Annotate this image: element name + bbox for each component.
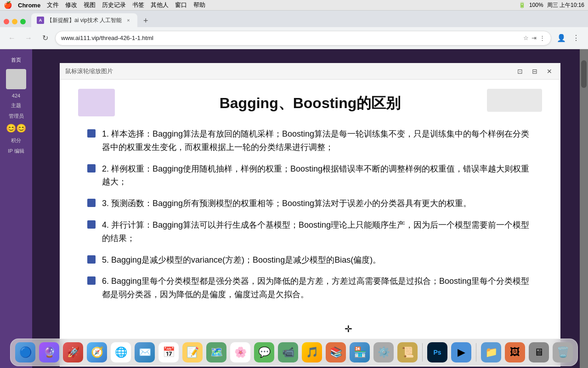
- back-button[interactable]: ←: [6, 32, 18, 45]
- maps-icon: 🗺️: [206, 342, 226, 362]
- dock-maps[interactable]: 🗺️: [205, 341, 227, 363]
- sidebar-ip-label: IP 编辑: [8, 148, 24, 155]
- dock-siri[interactable]: 🔮: [38, 341, 60, 363]
- modal-toolbar-icons: ⊡ ⊟ ✕: [514, 66, 555, 77]
- dock-chrome[interactable]: 🌐: [110, 341, 132, 363]
- menu-edit[interactable]: 修改: [65, 1, 77, 9]
- sidebar-points-label: 积分: [11, 137, 21, 144]
- page-background: 鼠标滚轮缩放图片 ⊡ ⊟ ✕ Bagging、Boosting的区别: [32, 49, 588, 368]
- url-icons: ☆ ⇥ ⋮: [523, 34, 545, 41]
- launchpad-icon: 🚀: [63, 342, 83, 362]
- extensions-icon[interactable]: ⋮: [570, 32, 582, 45]
- menu-history[interactable]: 历史记录: [102, 1, 126, 9]
- menu-people[interactable]: 其他人: [151, 1, 169, 9]
- bullet-item-1: 1. 样本选择：Bagging算法是有放回的随机采样；Boosting算法是每一…: [87, 127, 533, 154]
- dock-settings[interactable]: ⚙️: [373, 341, 395, 363]
- modal-toolbar: 鼠标滚轮缩放图片 ⊡ ⊟ ✕: [60, 63, 560, 80]
- siri-icon: 🔮: [39, 342, 59, 362]
- modal-left-logo: [78, 89, 115, 116]
- dock-notes[interactable]: 📝: [181, 341, 204, 363]
- dock-safari[interactable]: 🧭: [86, 341, 108, 363]
- url-bar[interactable]: www.ai111.vip/thread-426-1-1.html ☆ ⇥ ⋮: [55, 31, 551, 46]
- dock-launchpad[interactable]: 🚀: [62, 341, 84, 363]
- image-modal: 鼠标滚轮缩放图片 ⊡ ⊟ ✕ Bagging、Boosting的区别: [60, 63, 560, 367]
- trash-icon: 🗑️: [553, 342, 573, 362]
- modal-close-icon[interactable]: ✕: [544, 66, 555, 77]
- more-icon[interactable]: ⋮: [539, 34, 545, 41]
- bullet-text-3: 3. 预测函数：Bagging所有预测模型的权重相等；Boosting算法对于误…: [102, 197, 533, 210]
- clock: 周三 上午10:16: [547, 1, 584, 9]
- dock-messages[interactable]: 💬: [253, 341, 275, 363]
- menu-bookmarks[interactable]: 书签: [132, 1, 144, 9]
- left-sidebar: 首页 424 主题 管理员 😊😊 积分 IP 编辑: [0, 49, 32, 368]
- dock-separator2: [476, 343, 476, 362]
- new-tab-button[interactable]: +: [139, 14, 152, 27]
- modal-expand-icon[interactable]: ⊡: [514, 66, 526, 77]
- dock-photos[interactable]: 🌸: [229, 341, 251, 363]
- menu-window[interactable]: 窗口: [175, 1, 187, 9]
- modal-window-icon[interactable]: ⊟: [529, 66, 540, 77]
- bullet-item-2: 2. 样例权重：Bagging使用随机抽样，样例的权重；Boosting根据错误…: [87, 162, 533, 189]
- photoshop-icon: Ps: [427, 342, 447, 362]
- profile-icon[interactable]: 👤: [555, 32, 568, 45]
- dock-finder[interactable]: 🔵: [14, 341, 36, 363]
- bullet-square-2: [87, 164, 96, 172]
- main-content: 首页 424 主题 管理员 😊😊 积分 IP 编辑 鼠标滚轮缩放图片 ⊡ ⊟ ✕: [0, 49, 588, 368]
- bookmark-icon[interactable]: ☆: [523, 34, 529, 41]
- tab-close-btn[interactable]: ×: [124, 17, 132, 24]
- preview-icon: 🖼: [505, 342, 525, 362]
- bullet-item-6: 6. Bagging里每个分类模型都是强分类器，因为降低的是方差，方差过高需要降…: [87, 275, 533, 301]
- screenflow-icon: ▶: [451, 342, 471, 362]
- dock-mail[interactable]: ✉️: [134, 341, 156, 363]
- dock-separator: [422, 343, 423, 362]
- menu-file[interactable]: 文件: [47, 1, 59, 9]
- window-close-btn[interactable]: [4, 19, 9, 24]
- dock-books[interactable]: 📚: [325, 341, 347, 363]
- dock-preview[interactable]: 🖼: [504, 341, 526, 363]
- dock-calendar[interactable]: 📅: [158, 341, 180, 363]
- modal-content: Bagging、Boosting的区别 1. 样本选择：Bagging算法是有放…: [78, 89, 542, 344]
- bullet-text-5: 5. Bagging是减少模型的variance(方差)；Boosting是减少…: [102, 253, 533, 267]
- bullet-item-3: 3. 预测函数：Bagging所有预测模型的权重相等；Boosting算法对于误…: [87, 197, 533, 210]
- menubar: 🍎 Chrome 文件 修改 视图 历史记录 书签 其他人 窗口 帮助 🔋 10…: [0, 0, 588, 11]
- sidebar-home[interactable]: 首页: [0, 53, 32, 67]
- window-minimize-btn[interactable]: [12, 19, 17, 24]
- dock-facetime[interactable]: 📹: [277, 341, 299, 363]
- dock-scripts[interactable]: 📜: [396, 341, 418, 363]
- menu-chrome[interactable]: Chrome: [18, 2, 40, 9]
- calendar-icon: 📅: [158, 342, 179, 362]
- finder-icon: 🔵: [15, 342, 35, 362]
- battery-percent: 100%: [529, 2, 543, 8]
- menu-view[interactable]: 视图: [84, 1, 96, 9]
- chrome-icon: 🌐: [111, 342, 131, 362]
- modal-body: Bagging、Boosting的区别 1. 样本选择：Bagging算法是有放…: [60, 80, 560, 353]
- dock-trash[interactable]: 🗑️: [552, 341, 574, 363]
- bullet-square-4: [87, 220, 96, 229]
- macwindow-icon: 🖥: [529, 342, 549, 362]
- active-tab[interactable]: A 【新提醒】ai vip技术 人工智能 ×: [31, 13, 137, 27]
- bullet-text-1: 1. 样本选择：Bagging算法是有放回的随机采样；Boosting算法是每一…: [102, 127, 533, 154]
- cast-icon[interactable]: ⇥: [531, 34, 537, 41]
- apple-menu[interactable]: 🍎: [4, 1, 12, 9]
- dock-photoshop[interactable]: Ps: [426, 341, 448, 363]
- scripts-icon: 📜: [397, 342, 418, 362]
- modal-right-logo: [487, 89, 542, 112]
- bullet-text-4: 4. 并行计算：Bagging算法可以并行生成各个基模型；Boosting理论上…: [102, 218, 533, 245]
- dock-filemanager[interactable]: 📁: [480, 341, 502, 363]
- addressbar: ← → ↻ www.ai111.vip/thread-426-1-1.html …: [0, 27, 588, 49]
- bullet-list: 1. 样本选择：Bagging算法是有放回的随机采样；Boosting算法是每一…: [78, 127, 542, 301]
- menu-help[interactable]: 帮助: [193, 1, 205, 9]
- messages-icon: 💬: [254, 342, 274, 362]
- dock-screenflow[interactable]: ▶: [450, 341, 472, 363]
- dock-music[interactable]: 🎵: [301, 341, 323, 363]
- forward-button[interactable]: →: [22, 32, 35, 45]
- sidebar-topic-count: 424: [12, 93, 20, 98]
- modal-hint: 鼠标滚轮缩放图片: [65, 67, 113, 75]
- modal-title: Bagging、Boosting的区别: [78, 93, 542, 114]
- notes-icon: 📝: [182, 342, 203, 362]
- dock-macwindow[interactable]: 🖥: [528, 341, 550, 363]
- refresh-button[interactable]: ↻: [39, 32, 51, 45]
- dock-appstore[interactable]: 🏪: [349, 341, 371, 363]
- window-maximize-btn[interactable]: [20, 19, 26, 24]
- sidebar-emoji: 😊😊: [6, 123, 26, 133]
